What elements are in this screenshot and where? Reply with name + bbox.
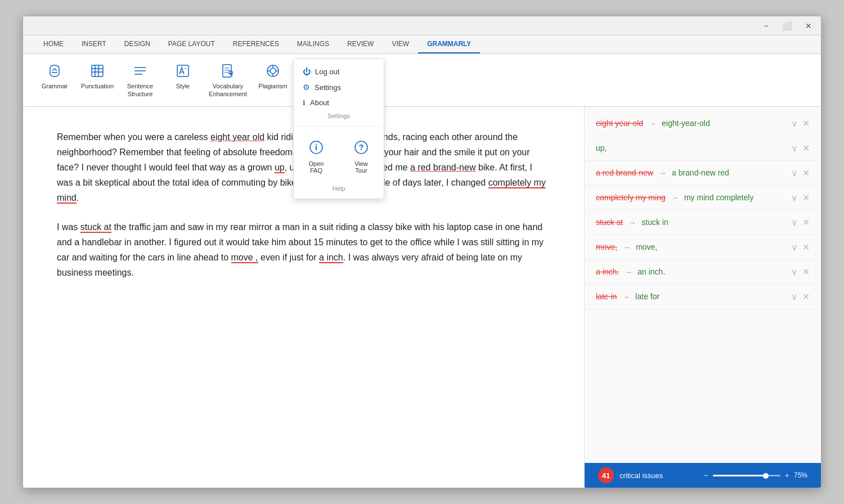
tab-design[interactable]: DESIGN (115, 35, 159, 53)
zoom-slider[interactable] (713, 475, 780, 476)
sidebar: eight year old → eight-year-old ∨ ✕ up, (585, 107, 821, 488)
help-section-label: Help (324, 183, 354, 194)
suggestion-item-3: a red brand-new → a brand-new red ∨ ✕ (585, 161, 821, 186)
dropdown-help-section: i OpenFAQ ? V (294, 127, 384, 199)
original-3: a red brand-new (596, 168, 653, 177)
settings-item[interactable]: ⚙ Settings (294, 79, 384, 95)
dismiss-7[interactable]: ✕ (802, 267, 810, 277)
zoom-slider-thumb (763, 473, 769, 479)
ribbon-tabs: HOME INSERT DESIGN PAGE LAYOUT REFERENCE… (23, 35, 821, 54)
ribbon-item-grammar[interactable]: Grammar (34, 58, 75, 93)
tab-home[interactable]: HOME (34, 35, 73, 53)
title-bar: − ⬜ ✕ (23, 16, 821, 35)
actions-3: ∨ ✕ (791, 168, 810, 178)
actions-2: ∨ ✕ (791, 143, 810, 154)
dropdown-settings-section: ⏻ Log out ⚙ Settings ℹ About Settings (294, 59, 384, 127)
dismiss-1[interactable]: ✕ (802, 118, 810, 129)
logout-item[interactable]: ⏻ Log out (294, 64, 384, 79)
ribbon-item-style[interactable]: Style (163, 58, 203, 93)
arrow-3: → (659, 169, 666, 177)
suggestion-a-inch[interactable]: a inch (319, 253, 343, 263)
zoom-control: − + 75% (704, 471, 807, 480)
accept-4[interactable]: ∨ (791, 192, 798, 203)
tab-review[interactable]: REVIEW (338, 35, 383, 53)
tab-references[interactable]: REFERENCES (224, 35, 288, 53)
view-tour-item[interactable]: ? ViewTour (343, 136, 379, 178)
about-item[interactable]: ℹ About (294, 95, 384, 110)
accept-1[interactable]: ∨ (791, 118, 798, 129)
replacement-5: stuck in (641, 218, 668, 227)
suggestion-item-5: stuck at → stuck in ∨ ✕ (585, 210, 821, 235)
accept-3[interactable]: ∨ (791, 168, 798, 178)
accept-6[interactable]: ∨ (791, 242, 798, 253)
actions-1: ∨ ✕ (791, 118, 810, 129)
maximize-button[interactable]: ⬜ (779, 20, 795, 32)
replacement-8: late for (635, 292, 659, 301)
logout-label: Log out (315, 68, 339, 76)
replacement-6: move, (636, 242, 657, 251)
ribbon-item-sentence-structure[interactable]: Sentence Structure (120, 58, 160, 102)
suggestion-eight-year-old[interactable]: eight year old (210, 132, 264, 142)
dismiss-8[interactable]: ✕ (802, 291, 810, 302)
dismiss-3[interactable]: ✕ (802, 168, 810, 178)
accept-2[interactable]: ∨ (791, 143, 798, 154)
tab-insert[interactable]: INSERT (73, 35, 115, 53)
suggestion-content-7: a inch. → an inch. (596, 267, 791, 276)
actions-8: ∨ ✕ (791, 291, 810, 302)
suggestion-content-2: up, (596, 143, 791, 152)
arrow-1: → (649, 119, 656, 128)
ribbon-item-vocabulary[interactable]: Vocabulary Enhancement (205, 58, 250, 102)
zoom-minus-icon[interactable]: − (704, 471, 708, 480)
issues-badge: 41 critical issues (598, 467, 663, 483)
tab-mailings[interactable]: MAILINGS (288, 35, 338, 53)
faq-label: OpenFAQ (298, 158, 334, 176)
arrow-4: → (671, 194, 679, 202)
close-button[interactable]: ✕ (802, 20, 815, 32)
tour-label: ViewTour (343, 158, 379, 176)
suggestion-up[interactable]: up (275, 163, 285, 173)
logout-icon: ⏻ (303, 67, 311, 76)
svg-text:?: ? (359, 143, 364, 152)
tab-view[interactable]: VIEW (383, 35, 418, 53)
zoom-plus-icon[interactable]: + (785, 471, 789, 480)
original-1: eight year old (596, 119, 643, 128)
sentence-structure-label: Sentence Structure (122, 82, 158, 98)
dismiss-6[interactable]: ✕ (802, 242, 810, 253)
accept-5[interactable]: ∨ (791, 217, 798, 228)
replacement-7: an inch. (638, 267, 665, 276)
minimize-button[interactable]: − (761, 20, 772, 32)
suggestion-content-8: late in → late for (596, 292, 791, 301)
suggestion-move[interactable]: move , (231, 253, 258, 263)
suggestion-red-brand-new[interactable]: a red brand-new (410, 163, 476, 172)
ribbon-content: Grammar Punctuation (23, 54, 821, 106)
accept-7[interactable]: ∨ (791, 267, 798, 277)
original-6: move, (596, 242, 617, 251)
accept-8[interactable]: ∨ (791, 291, 798, 302)
suggestions-list: eight year old → eight-year-old ∨ ✕ up, (585, 107, 821, 463)
ribbon-item-plagiarism[interactable]: Plagiarism (253, 58, 293, 93)
bottom-bar: 41 critical issues − + 75% (585, 463, 821, 488)
sentence-structure-icon (131, 62, 149, 80)
dismiss-2[interactable]: ✕ (802, 143, 810, 154)
arrow-8: → (622, 292, 630, 301)
suggestion-item-1: eight year old → eight-year-old ∨ ✕ (585, 111, 821, 136)
dismiss-4[interactable]: ✕ (802, 192, 810, 203)
dismiss-5[interactable]: ✕ (802, 217, 810, 228)
suggestion-content-4: completely my ming → my mind completely (596, 193, 791, 202)
tab-grammarly[interactable]: GRAMMARLY (418, 35, 480, 53)
suggestion-item-8: late in → late for ∨ ✕ (585, 285, 821, 309)
issues-count: 41 (598, 467, 614, 483)
suggestion-stuck-at[interactable]: stuck at (80, 222, 111, 233)
open-faq-item[interactable]: i OpenFAQ (298, 136, 334, 178)
punctuation-label: Punctuation (81, 82, 114, 90)
zoom-slider-fill (713, 475, 764, 476)
ribbon-item-punctuation[interactable]: Punctuation (77, 58, 118, 93)
suggestion-item-6: move, → move, ∨ ✕ (585, 235, 821, 260)
suggestion-content-3: a red brand-new → a brand-new red (596, 168, 791, 177)
suggestion-content-6: move, → move, (596, 242, 791, 251)
settings-icon: ⚙ (303, 83, 310, 92)
issues-label: critical issues (619, 471, 663, 480)
suggestion-content-5: stuck at → stuck in (596, 218, 791, 227)
tab-page-layout[interactable]: PAGE LAYOUT (159, 35, 224, 53)
original-5: stuck at (596, 218, 623, 227)
